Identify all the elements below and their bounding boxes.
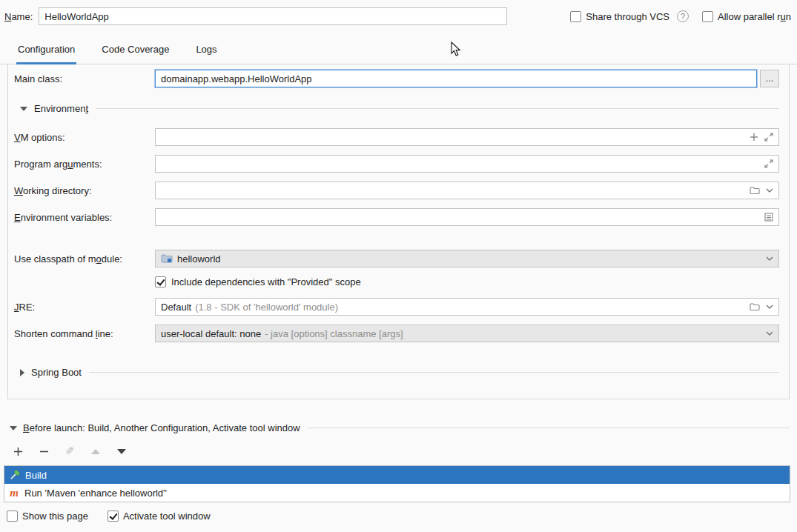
collapse-triangle-icon[interactable]: [20, 107, 27, 111]
use-classpath-row: Use classpath of module: helloworld: [14, 250, 779, 267]
before-launch-label: Before launch: Build, Another Configurat…: [23, 422, 300, 433]
browse-variables-icon[interactable]: [764, 213, 773, 222]
expand-field-icon[interactable]: [764, 133, 773, 142]
hammer-icon: [9, 470, 20, 481]
program-arguments-input[interactable]: [155, 155, 779, 173]
tab-configuration[interactable]: Configuration: [16, 44, 76, 64]
task-item-maven[interactable]: m Run 'Maven 'enhance helloworld'': [4, 484, 790, 502]
module-value: helloworld: [177, 253, 221, 265]
working-directory-row: Working directory:: [14, 182, 779, 199]
environment-section-header[interactable]: Environment: [20, 103, 779, 114]
name-input[interactable]: [39, 7, 507, 25]
task-label: Run 'Maven 'enhance helloworld'': [24, 488, 167, 499]
maven-icon: m: [9, 488, 19, 498]
share-vcs-label: Share through VCS: [586, 11, 669, 22]
name-label: Name:: [4, 11, 33, 22]
section-divider: [308, 428, 790, 428]
program-arguments-label: Program arguments:: [14, 159, 155, 170]
share-vcs-checkbox[interactable]: [570, 11, 581, 22]
jre-label: JRE:: [14, 302, 155, 313]
edit-task-button[interactable]: ✎: [65, 445, 75, 458]
working-directory-label: Working directory:: [14, 185, 155, 196]
add-task-button[interactable]: [13, 447, 23, 456]
share-vcs-option[interactable]: Share through VCS ?: [570, 10, 689, 22]
before-launch-task-list: Build m Run 'Maven 'enhance helloworld'': [4, 465, 790, 502]
jre-hint: (1.8 - SDK of 'helloworld' module): [195, 302, 338, 313]
environment-variables-input[interactable]: [155, 208, 779, 226]
move-down-button[interactable]: [116, 449, 127, 454]
configuration-panel: Main class: domainapp.webapp.HelloWorldA…: [7, 64, 790, 399]
task-label: Build: [25, 470, 47, 481]
folder-icon[interactable]: [750, 302, 760, 311]
before-launch-header[interactable]: Before launch: Build, Another Configurat…: [10, 422, 790, 433]
shorten-command-line-row: Shorten command line: user-local default…: [14, 325, 779, 342]
up-arrow-icon: [91, 449, 100, 454]
browse-main-class-button[interactable]: ...: [760, 70, 779, 87]
pencil-icon: ✎: [65, 445, 75, 458]
show-this-page-label: Show this page: [22, 511, 88, 522]
move-up-button[interactable]: [90, 449, 101, 454]
jre-row: JRE: Default (1.8 - SDK of 'helloworld' …: [14, 298, 779, 316]
remove-task-button[interactable]: [39, 447, 49, 456]
show-this-page-checkbox[interactable]: [7, 511, 18, 522]
program-arguments-row: Program arguments:: [14, 155, 779, 173]
section-divider: [96, 108, 779, 109]
plus-icon: [13, 447, 23, 456]
expand-triangle-icon[interactable]: [20, 369, 24, 376]
show-this-page-option[interactable]: Show this page: [7, 511, 88, 522]
tab-logs[interactable]: Logs: [194, 44, 218, 64]
down-arrow-icon: [117, 449, 126, 454]
shorten-hint: - java [options] classname [args]: [265, 328, 403, 339]
main-class-input[interactable]: domainapp.webapp.HelloWorldApp: [155, 70, 757, 87]
activate-tool-window-option[interactable]: Activate tool window: [108, 511, 211, 522]
footer-options: Show this page Activate tool window: [7, 511, 797, 522]
tab-code-coverage[interactable]: Code Coverage: [100, 44, 171, 64]
spring-boot-section-header[interactable]: Spring Boot: [20, 367, 779, 378]
task-item-build[interactable]: Build: [4, 466, 790, 484]
main-class-row: Main class: domainapp.webapp.HelloWorldA…: [14, 70, 779, 87]
provided-scope-label: Include dependencies with "Provided" sco…: [171, 276, 361, 287]
working-directory-input[interactable]: [155, 182, 779, 199]
allow-parallel-checkbox[interactable]: [702, 11, 713, 22]
shorten-value: user-local default: none: [161, 328, 261, 339]
jre-value: Default: [161, 302, 191, 313]
shorten-command-line-label: Shorten command line:: [14, 328, 155, 339]
add-icon[interactable]: [750, 133, 758, 142]
minus-icon: [39, 447, 49, 456]
environment-section-label: Environment: [34, 103, 88, 114]
vm-options-row: VM options:: [14, 128, 779, 146]
use-classpath-label: Use classpath of module:: [14, 253, 155, 265]
environment-variables-row: Environment variables:: [14, 208, 779, 226]
chevron-down-icon[interactable]: [766, 188, 773, 193]
allow-parallel-label: Allow parallel run: [718, 11, 791, 22]
provided-scope-option[interactable]: Include dependencies with "Provided" sco…: [155, 276, 789, 287]
main-class-label: Main class:: [14, 73, 155, 84]
help-icon[interactable]: ?: [677, 10, 689, 22]
before-launch-toolbar: ✎: [13, 445, 797, 458]
chevron-down-icon[interactable]: [766, 331, 773, 336]
expand-field-icon[interactable]: [764, 159, 773, 168]
run-config-header: Name: Share through VCS ? Allow parallel…: [0, 0, 797, 33]
section-divider: [89, 372, 779, 373]
vm-options-label: VM options:: [14, 132, 155, 143]
vm-options-input[interactable]: [155, 128, 779, 146]
module-combobox[interactable]: helloworld: [155, 250, 779, 267]
config-tabs: Configuration Code Coverage Logs: [0, 33, 797, 64]
chevron-down-icon[interactable]: [766, 305, 773, 309]
collapse-triangle-icon[interactable]: [10, 426, 17, 430]
shorten-command-line-combobox[interactable]: user-local default: none - java [options…: [155, 325, 779, 342]
folder-icon[interactable]: [750, 186, 760, 195]
activate-tool-window-checkbox[interactable]: [108, 511, 119, 522]
provided-scope-checkbox[interactable]: [155, 276, 166, 287]
allow-parallel-option[interactable]: Allow parallel run: [702, 11, 791, 22]
module-icon: [161, 253, 173, 264]
environment-variables-label: Environment variables:: [14, 212, 155, 223]
chevron-down-icon[interactable]: [766, 256, 773, 261]
jre-combobox[interactable]: Default (1.8 - SDK of 'helloworld' modul…: [155, 298, 779, 316]
activate-tool-window-label: Activate tool window: [123, 511, 211, 522]
spring-boot-section-label: Spring Boot: [31, 367, 82, 378]
